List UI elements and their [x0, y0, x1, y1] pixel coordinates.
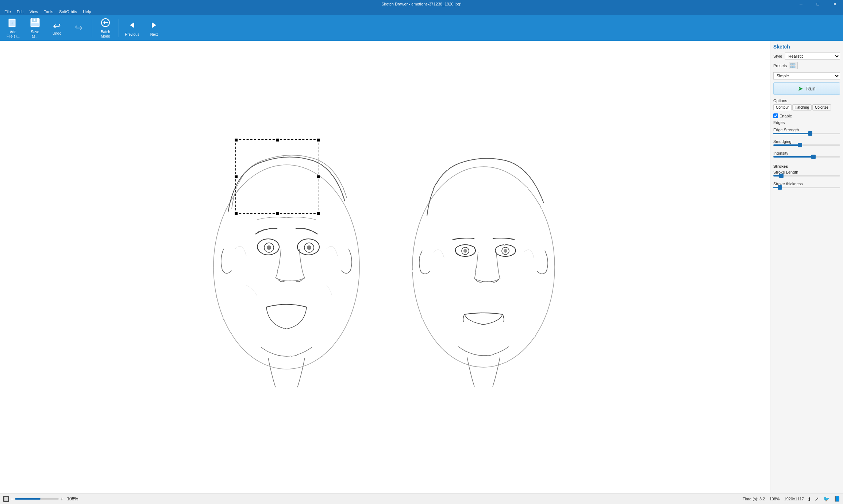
- menu-help[interactable]: Help: [80, 9, 94, 15]
- tab-colorize[interactable]: Colorize: [812, 104, 831, 111]
- smudging-track[interactable]: [773, 144, 840, 146]
- menu-softorbits[interactable]: SoftOrbits: [56, 9, 80, 15]
- status-left: 🔲 − + 108%: [3, 496, 78, 502]
- add-files-icon: +: [8, 18, 18, 29]
- left-face-svg: [199, 103, 374, 431]
- stroke-thickness-track[interactable]: [773, 187, 840, 188]
- social-icon-2[interactable]: 📘: [834, 496, 840, 502]
- svg-point-25: [504, 249, 507, 253]
- edge-strength-section: Edge Strength: [773, 128, 840, 136]
- menu-tools[interactable]: Tools: [41, 9, 56, 15]
- svg-point-17: [307, 245, 311, 250]
- undo-label: Undo: [53, 31, 61, 35]
- edge-strength-fill: [773, 133, 810, 134]
- svg-rect-28: [790, 66, 793, 68]
- smudging-section: Smudging: [773, 139, 840, 148]
- plus-icon[interactable]: +: [60, 496, 63, 502]
- presets-icon: [789, 62, 798, 69]
- status-right: Time (s): 3.2 108% 1920x1117 ℹ ↗ 🐦 📘: [743, 496, 840, 502]
- enable-edges-label: Enable: [780, 114, 792, 118]
- maximize-button[interactable]: □: [809, 0, 826, 8]
- stroke-length-thumb: [779, 174, 784, 178]
- time-label: Time (s): 3.2: [743, 497, 765, 501]
- svg-point-14: [267, 245, 271, 250]
- intensity-track[interactable]: [773, 156, 840, 158]
- share-icon[interactable]: ↗: [815, 496, 819, 502]
- minus-icon[interactable]: −: [11, 496, 14, 502]
- toolbar: + AddFile(s)... Saveas... ↩ Undo ↪: [0, 15, 843, 41]
- next-button[interactable]: Next: [144, 17, 164, 39]
- zoom-slider-track[interactable]: [15, 498, 59, 500]
- save-icon: [30, 18, 40, 29]
- style-dropdown[interactable]: Realistic Cartoon Abstract: [785, 53, 840, 60]
- menu-view[interactable]: View: [27, 9, 41, 15]
- info-icon: ℹ: [808, 496, 810, 502]
- edge-strength-label: Edge Strength: [773, 128, 840, 132]
- resolution-label: 1920x1117: [784, 497, 804, 501]
- intensity-fill: [773, 156, 813, 158]
- social-icon-1[interactable]: 🐦: [823, 496, 829, 502]
- zoom-fill: [15, 498, 41, 500]
- redo-button[interactable]: ↪: [69, 17, 89, 39]
- presets-dropdown[interactable]: Simple Detailed Minimal: [773, 72, 840, 80]
- menu-edit[interactable]: Edit: [14, 9, 27, 15]
- intensity-thumb: [811, 155, 816, 159]
- main-layout: Sketch Style Realistic Cartoon Abstract …: [0, 41, 843, 493]
- options-label: Options: [773, 98, 840, 103]
- undo-button[interactable]: ↩ Undo: [47, 17, 67, 39]
- stroke-thickness-section: Stroke thickness: [773, 182, 840, 190]
- toolbar-separator-2: [119, 19, 119, 37]
- stroke-thickness-label: Stroke thickness: [773, 182, 840, 186]
- menu-file[interactable]: File: [1, 9, 14, 15]
- tab-contour[interactable]: Contour: [773, 104, 792, 111]
- svg-rect-26: [790, 63, 793, 65]
- title-controls: ─ □ ✕: [793, 0, 843, 8]
- svg-point-22: [463, 249, 467, 253]
- title-bar: Sketch Drawer - emotions-371238_1920.jpg…: [0, 0, 843, 8]
- presets-label: Presets: [773, 63, 787, 68]
- stroke-thickness-thumb: [778, 185, 782, 190]
- style-label: Style: [773, 54, 782, 58]
- menu-bar: File Edit View Tools SoftOrbits Help: [0, 8, 843, 15]
- svg-rect-27: [793, 63, 795, 65]
- stroke-length-track[interactable]: [773, 175, 840, 177]
- tab-hatching[interactable]: Hatching: [792, 104, 812, 111]
- enable-edges-checkbox[interactable]: [773, 113, 778, 118]
- add-files-button[interactable]: + AddFile(s)...: [3, 17, 23, 39]
- sketch-canvas: [0, 41, 770, 493]
- intensity-section: Intensity: [773, 151, 840, 160]
- next-icon: [149, 20, 159, 32]
- right-face-svg: [396, 103, 571, 431]
- svg-marker-9: [152, 22, 156, 28]
- run-label: Run: [806, 86, 816, 92]
- undo-icon: ↩: [53, 21, 61, 31]
- edge-strength-thumb: [808, 131, 812, 136]
- run-button[interactable]: ➤ Run: [773, 82, 840, 95]
- intensity-label: Intensity: [773, 151, 840, 155]
- svg-rect-5: [31, 23, 39, 26]
- zoom-value: 108%: [769, 497, 780, 501]
- presets-row: Presets: [773, 62, 840, 69]
- close-button[interactable]: ✕: [826, 0, 843, 8]
- save-as-label: Saveas...: [31, 30, 39, 39]
- batch-mode-button[interactable]: BatchMode: [95, 17, 116, 39]
- svg-rect-29: [793, 66, 795, 68]
- svg-rect-18: [396, 103, 571, 431]
- edge-strength-track[interactable]: [773, 133, 840, 134]
- presets-dropdown-row: Simple Detailed Minimal: [773, 72, 840, 80]
- svg-rect-6: [34, 19, 35, 21]
- previous-button[interactable]: Previous: [122, 17, 142, 39]
- svg-text:+: +: [11, 21, 13, 26]
- faces-container: [0, 41, 770, 493]
- canvas-area[interactable]: [0, 41, 770, 493]
- right-panel: Sketch Style Realistic Cartoon Abstract …: [770, 41, 843, 493]
- options-tabs: Contour Hatching Colorize: [773, 104, 840, 111]
- save-as-button[interactable]: Saveas...: [25, 17, 45, 39]
- minimize-button[interactable]: ─: [793, 0, 809, 8]
- smudging-thumb: [798, 143, 802, 147]
- right-face-sketch: [396, 103, 571, 431]
- svg-rect-10: [199, 103, 374, 431]
- batch-mode-icon: [100, 18, 111, 29]
- smudging-fill: [773, 144, 800, 146]
- smudging-label: Smudging: [773, 139, 840, 144]
